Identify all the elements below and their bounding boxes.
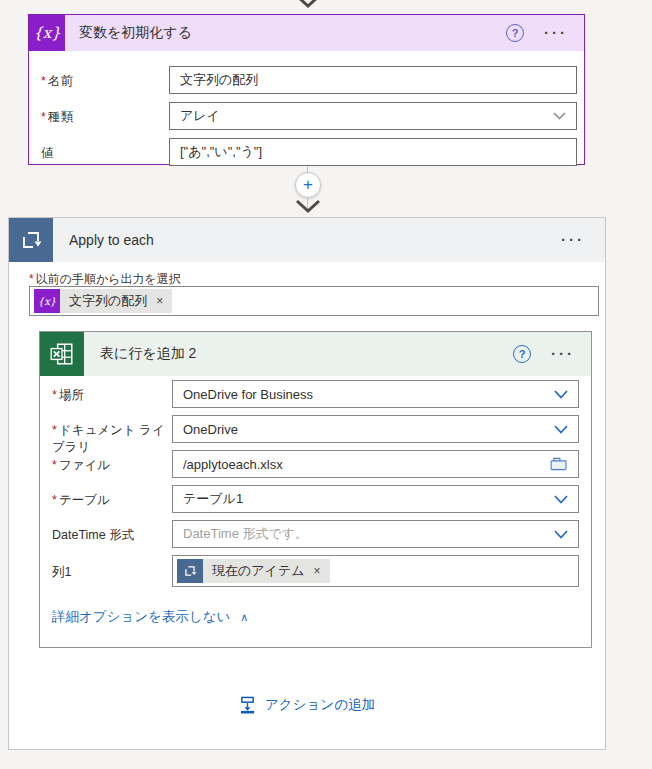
variable-glyph: {x} [33, 24, 61, 42]
apply-to-each-header[interactable]: Apply to each ··· [9, 218, 605, 262]
card-title: 表に行を追加 2 [100, 345, 196, 363]
action-card-initialize-variable: {x} 変数を初期化する ? ··· *名前 文字列の配列 *種類 アレイ 値 … [28, 14, 585, 165]
field-label: *テーブル [52, 492, 168, 509]
menu-ellipsis-icon[interactable]: ··· [561, 235, 585, 245]
file-input[interactable]: /applytoeach.xlsx [172, 450, 579, 478]
required-marker: * [52, 493, 57, 507]
folder-picker-icon[interactable] [550, 457, 568, 471]
help-icon[interactable]: ? [506, 24, 524, 42]
menu-ellipsis-icon[interactable]: ··· [544, 28, 568, 38]
remove-token-icon[interactable]: × [156, 295, 163, 307]
add-action-label: アクションの追加 [265, 696, 375, 714]
remove-token-icon[interactable]: × [314, 565, 321, 577]
menu-ellipsis-icon[interactable]: ··· [551, 349, 575, 359]
output-token-field[interactable]: {x} 文字列の配列 × [29, 286, 599, 316]
initialize-variable-header[interactable]: {x} 変数を初期化する ? ··· [29, 15, 584, 51]
variable-type-dropdown[interactable]: アレイ [169, 102, 577, 130]
connector-arrow-icon [294, 199, 322, 215]
variable-name-input[interactable]: 文字列の配列 [169, 66, 577, 94]
token-label: 文字列の配列 [69, 292, 147, 310]
variable-value-input[interactable]: ["あ","い","う"] [169, 138, 577, 166]
add-row-header[interactable]: 表に行を追加 2 ? ··· [40, 332, 591, 376]
loop-icon [9, 218, 53, 262]
table-dropdown[interactable]: テーブル1 [172, 485, 579, 513]
field-row-value: 値 ["あ","い","う"] [29, 138, 584, 168]
variable-icon: {x} [29, 15, 65, 51]
chevron-down-icon [554, 390, 568, 399]
chevron-up-icon: ∧ [240, 611, 248, 624]
field-label: 値 [41, 145, 54, 162]
chevron-down-icon [554, 530, 568, 539]
input-value: アレイ [180, 107, 545, 125]
input-value: OneDrive [183, 422, 546, 437]
current-item-token-chip[interactable]: 現在のアイテム × [177, 559, 330, 583]
field-row-location: *場所 OneDrive for Business [40, 380, 591, 410]
field-label: 列1 [52, 564, 168, 581]
field-row-document-library: *ドキュメント ライブラリ OneDrive [40, 415, 591, 445]
variable-icon: {x} [34, 289, 60, 313]
field-label: *名前 [41, 73, 73, 90]
field-row-type: *種類 アレイ [29, 102, 584, 132]
field-row-name: *名前 文字列の配列 [29, 66, 584, 96]
card-title: Apply to each [69, 232, 154, 248]
field-label: DateTime 形式 [52, 527, 168, 544]
input-placeholder: DateTime 形式です。 [183, 525, 546, 543]
chevron-down-icon [553, 112, 566, 120]
help-icon[interactable]: ? [513, 345, 531, 363]
insert-step-button[interactable]: + [295, 172, 321, 198]
chevron-down-icon [554, 495, 568, 504]
required-marker: * [41, 74, 46, 88]
field-label: *場所 [52, 387, 168, 404]
card-title: 変数を初期化する [79, 24, 192, 42]
input-value: /applytoeach.xlsx [183, 457, 542, 472]
action-card-add-row-into-table: 表に行を追加 2 ? ··· *場所 OneDrive for Business… [39, 331, 592, 648]
field-row-table: *テーブル テーブル1 [40, 485, 591, 515]
variable-token-chip[interactable]: {x} 文字列の配列 × [34, 289, 172, 313]
required-marker: * [52, 388, 57, 402]
column1-token-field[interactable]: 現在のアイテム × [172, 555, 579, 587]
scope-card-apply-to-each: Apply to each ··· *以前の手順から出力を選択 {x} 文字列の… [8, 217, 606, 750]
input-value: OneDrive for Business [183, 387, 546, 402]
required-marker: * [52, 423, 57, 437]
connector-arrow-icon [294, 0, 322, 10]
location-dropdown[interactable]: OneDrive for Business [172, 380, 579, 408]
token-label: 現在のアイテム [212, 562, 305, 580]
required-marker: * [41, 110, 46, 124]
field-label: *ファイル [52, 457, 168, 474]
datetime-format-dropdown[interactable]: DateTime 形式です。 [172, 520, 579, 548]
loop-icon [177, 559, 203, 583]
chevron-down-icon [554, 425, 568, 434]
excel-icon [40, 332, 84, 376]
hide-advanced-options-link[interactable]: 詳細オプションを表示しない ∧ [52, 608, 248, 626]
link-label: 詳細オプションを表示しない [52, 608, 230, 626]
input-value: 文字列の配列 [180, 71, 566, 89]
input-value: テーブル1 [183, 490, 546, 508]
document-library-dropdown[interactable]: OneDrive [172, 415, 579, 443]
field-row-column1: 列1 現在のアイテム × [40, 555, 591, 589]
required-marker: * [52, 458, 57, 472]
add-action-button[interactable]: アクションの追加 [9, 696, 605, 714]
field-label: *種類 [41, 109, 73, 126]
field-row-file: *ファイル /applytoeach.xlsx [40, 450, 591, 480]
input-value: ["あ","い","う"] [180, 143, 566, 161]
field-row-datetime-format: DateTime 形式 DateTime 形式です。 [40, 520, 591, 550]
required-marker: * [29, 272, 34, 286]
add-action-icon [239, 696, 256, 714]
